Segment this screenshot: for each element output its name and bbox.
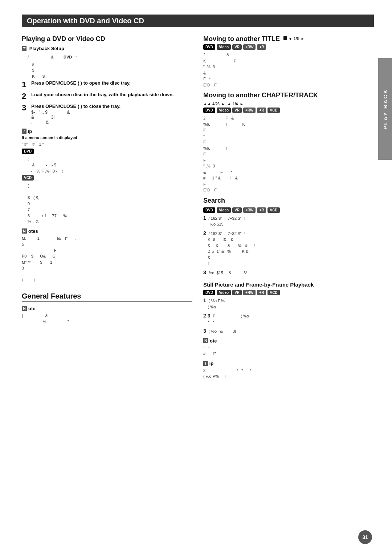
playback-setup-body2: # $ K $	[22, 61, 192, 80]
search-body-2: / 162 $" ! 7+$2 $" ! K $ !& & & & & !& &…	[203, 231, 256, 266]
search-body-3: %o $15 & 3!	[207, 271, 247, 275]
playing-dvd-title: Playing a DVD or Video CD	[22, 35, 192, 43]
step-3-title: Press OPEN/CLOSE ( ) to close the tray.	[31, 104, 192, 109]
search-num-2: 2	[203, 230, 206, 236]
still-note-label: N ote	[203, 338, 374, 344]
badge-vcd: VCD	[22, 175, 34, 181]
step-1-num: 1	[22, 80, 28, 89]
badge-video-sp: Video	[217, 290, 231, 295]
search-item-3: 3 %o $15 & 3!	[203, 270, 374, 276]
badge-dvd-sp: DVD	[203, 290, 215, 295]
still-body-3: ( %o & 3!	[207, 329, 236, 333]
badge-video-ch: Video	[217, 108, 231, 113]
moving-title-body: 2 & K F " .% 3 & F * E'O F	[203, 52, 374, 88]
still-picture-section: Still Picture and Frame-by-Frame Playbac…	[203, 281, 374, 380]
search-num-1: 1	[203, 215, 206, 221]
badge-dvd-s: DVD	[203, 207, 215, 213]
still-picture-title: Still Picture and Frame-by-Frame Playbac…	[203, 281, 374, 288]
general-features-section: General Features N ote ( & % *	[22, 292, 192, 325]
tip-icon: T	[22, 129, 26, 134]
badge-r-s: +R	[257, 207, 266, 213]
still-num-3: 3	[203, 328, 206, 334]
step-2: 2 Load your chosen disc in the tray, wit…	[22, 92, 192, 101]
still-badges: DVD Video VR +RW +R VCD	[203, 290, 374, 295]
tip-label: T ip	[22, 129, 192, 134]
badge-dvd-ch: DVD	[203, 108, 215, 113]
main-section-header: Operation with DVD and Video CD	[22, 15, 374, 27]
playback-setup-label: T Playback Setup	[22, 46, 192, 51]
step-3-num: 3	[22, 104, 28, 112]
general-note-body: ( & % *	[22, 313, 192, 325]
still-note-icon: N	[203, 338, 208, 343]
notes-body: M. 1 ' !& l* , $ F P0 $ O& G! M" #" $ 1 …	[22, 235, 192, 283]
badge-r-ch: +R	[257, 108, 266, 113]
moving-chapter-heading: Moving to another CHAPTER/TRACK	[203, 92, 374, 99]
badge-vr-s: VR	[232, 207, 242, 213]
moving-chapter-badges: DVD Video VR +RW +R VCD	[203, 108, 374, 113]
general-note-icon: N	[22, 306, 27, 311]
badge-vcd-ch: VCD	[268, 108, 279, 113]
still-body-2: F ( %o * *	[203, 314, 249, 324]
dvd-badge-row: DVD	[22, 149, 192, 154]
indicator-text: ◄◄ 4/26 ► ◄ 1/4 ►	[203, 102, 244, 106]
side-tab: PLAY BACK	[378, 58, 392, 160]
still-item-3: 3 ( %o & 3!	[203, 328, 374, 335]
step-3: 3 Press OPEN/CLOSE ( ) to close the tray…	[22, 104, 192, 125]
badge-r-title: +R	[257, 44, 266, 50]
general-note-label: N ote	[22, 306, 192, 311]
title-indicator: ◄ 1/6 ►	[283, 36, 305, 41]
tip-subtitle: If a menu screen is displayed	[22, 135, 192, 140]
side-tab-text: PLAY BACK	[382, 89, 388, 130]
moving-title-section: Moving to another TITLE ◄ 1/6 ► DVD Vide…	[203, 34, 374, 88]
badge-r-sp: +R	[257, 290, 266, 295]
step-3-body: $- " ., 9 & & 3! . &	[31, 110, 192, 125]
t-icon: T	[22, 46, 26, 51]
search-body-1: / 162 $" ! 7+$2 $" ! %o $15	[203, 216, 245, 227]
step-1-title: Press OPEN/CLOSE ( ) to open the disc tr…	[31, 80, 192, 86]
still-body-1: ( %o P%- ! ( %o	[203, 299, 229, 309]
two-col-layout: Playing a DVD or Video CD T Playback Set…	[22, 34, 374, 381]
left-column: Playing a DVD or Video CD T Playback Set…	[22, 34, 192, 381]
right-column: Moving to another TITLE ◄ 1/6 ► DVD Vide…	[203, 34, 374, 381]
still-note-body: * * # 1"	[203, 345, 374, 357]
page-container: PLAY BACK Operation with DVD and Video C…	[0, 0, 392, 555]
still-tip-body: 3 * * * ( %o P%- !	[203, 368, 374, 380]
dvd-body: ( & - , - $ . - .% F .%l 0 - , (	[22, 156, 192, 174]
badge-vcd-s: VCD	[268, 207, 279, 213]
notes-label: N otes	[22, 228, 192, 234]
page-number: 31	[358, 530, 372, 544]
badge-vcd-sp: VCD	[268, 290, 279, 295]
vcd-badge-row: VCD	[22, 175, 192, 181]
moving-chapter-body: 2 F & %6. ! K F * F %6. ! F F " .% 3 &	[203, 115, 374, 193]
moving-title-badges: DVD Video VR +RW +R	[203, 44, 374, 50]
chapter-indicator-bar: ◄◄ 4/26 ► ◄ 1/4 ►	[203, 102, 374, 106]
badge-dvd: DVD	[22, 149, 34, 154]
badge-vr-ch: VR	[232, 108, 242, 113]
step-2-title: Load your chosen disc in the tray, with …	[31, 92, 192, 97]
search-section: Search DVD Video VR +RW +R VCD 1 / 162 $…	[203, 197, 374, 276]
general-features-title: General Features	[22, 292, 192, 302]
badge-video-title: Video	[217, 44, 231, 50]
still-tip-icon: T	[203, 361, 208, 366]
badge-dvd-title: DVD	[203, 44, 215, 50]
playback-setup-body: / & DVD *	[22, 54, 192, 60]
note-icon: N	[22, 228, 27, 234]
still-item-2: 2 3 F ( %o * *	[203, 313, 374, 325]
badge-rw-title: +RW	[243, 44, 256, 50]
search-item-2: 2 / 162 $" ! 7+$2 $" ! K $ !& & & & & !&…	[203, 230, 374, 267]
badge-rw-sp: +RW	[243, 290, 256, 295]
main-header-title: Operation with DVD and Video CD	[27, 17, 144, 25]
step-1: 1 Press OPEN/CLOSE ( ) to open the disc …	[22, 80, 192, 89]
tip-body-1: " #" # 1 "	[22, 141, 192, 147]
badge-vr-title: VR	[232, 44, 242, 50]
search-item-1: 1 / 162 $" ! 7+$2 $" ! %o $15	[203, 215, 374, 227]
still-num-2: 2 3	[203, 313, 210, 319]
still-num-1: 1	[203, 297, 206, 303]
still-item-1: 1 ( %o P%- ! ( %o	[203, 297, 374, 310]
vcd-body: ( $- ( $, ! 0 7 3 / 1 +77 % % G	[22, 183, 192, 225]
search-badges: DVD Video VR +RW +R VCD	[203, 207, 374, 213]
search-num-3: 3	[203, 270, 206, 275]
step-2-num: 2	[22, 92, 28, 101]
badge-rw-ch: +RW	[243, 108, 256, 113]
badge-rw-s: +RW	[243, 207, 256, 213]
